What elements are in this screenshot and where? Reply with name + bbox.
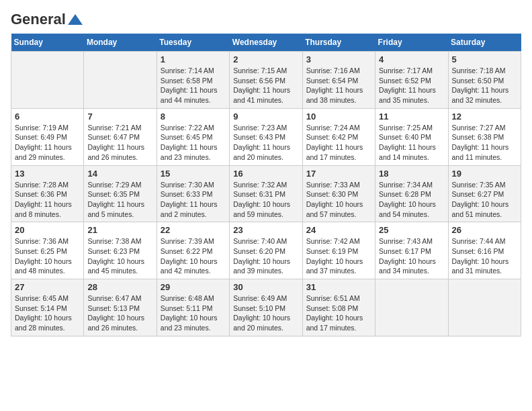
calendar-week-3: 13Sunrise: 7:28 AM Sunset: 6:36 PM Dayli… [11,165,521,222]
day-info: Sunrise: 7:39 AM Sunset: 6:22 PM Dayligh… [161,236,226,276]
calendar-cell [448,279,521,336]
calendar-cell: 31Sunrise: 6:51 AM Sunset: 5:08 PM Dayli… [302,279,375,336]
day-number: 10 [306,111,371,122]
calendar-cell: 11Sunrise: 7:25 AM Sunset: 6:40 PM Dayli… [375,108,448,165]
day-info: Sunrise: 7:19 AM Sunset: 6:49 PM Dayligh… [15,123,80,163]
day-header-thursday: Thursday [302,34,375,52]
day-info: Sunrise: 7:30 AM Sunset: 6:33 PM Dayligh… [161,180,226,220]
calendar-cell [84,52,157,109]
day-number: 19 [452,169,517,179]
calendar-cell: 5Sunrise: 7:18 AM Sunset: 6:50 PM Daylig… [448,52,521,109]
day-info: Sunrise: 7:36 AM Sunset: 6:25 PM Dayligh… [15,236,80,276]
day-info: Sunrise: 7:25 AM Sunset: 6:40 PM Dayligh… [379,123,444,163]
calendar-cell: 12Sunrise: 7:27 AM Sunset: 6:38 PM Dayli… [448,108,521,165]
day-number: 18 [379,169,444,179]
day-number: 7 [87,111,152,122]
calendar-cell: 13Sunrise: 7:28 AM Sunset: 6:36 PM Dayli… [11,165,84,222]
day-info: Sunrise: 7:43 AM Sunset: 6:17 PM Dayligh… [379,236,444,276]
day-info: Sunrise: 7:29 AM Sunset: 6:35 PM Dayligh… [87,180,152,220]
calendar-cell: 22Sunrise: 7:39 AM Sunset: 6:22 PM Dayli… [157,222,229,279]
day-info: Sunrise: 6:51 AM Sunset: 5:08 PM Dayligh… [306,293,371,333]
calendar-cell: 10Sunrise: 7:24 AM Sunset: 6:42 PM Dayli… [302,108,375,165]
logo-general: General [11,11,66,28]
calendar-cell: 2Sunrise: 7:15 AM Sunset: 6:56 PM Daylig… [230,52,302,109]
calendar-cell: 28Sunrise: 6:47 AM Sunset: 5:13 PM Dayli… [84,279,157,336]
day-info: Sunrise: 7:17 AM Sunset: 6:52 PM Dayligh… [379,66,444,105]
day-info: Sunrise: 6:48 AM Sunset: 5:11 PM Dayligh… [161,293,226,333]
day-number: 8 [161,111,226,122]
day-header-saturday: Saturday [448,34,521,52]
calendar-week-1: 1Sunrise: 7:14 AM Sunset: 6:58 PM Daylig… [11,52,521,109]
day-number: 24 [306,225,371,235]
calendar-cell: 27Sunrise: 6:45 AM Sunset: 5:14 PM Dayli… [11,279,84,336]
calendar-cell: 19Sunrise: 7:35 AM Sunset: 6:27 PM Dayli… [448,165,521,222]
day-info: Sunrise: 7:23 AM Sunset: 6:43 PM Dayligh… [233,123,298,163]
day-header-tuesday: Tuesday [157,34,229,52]
day-info: Sunrise: 7:21 AM Sunset: 6:47 PM Dayligh… [87,123,152,163]
day-number: 12 [452,111,517,122]
day-info: Sunrise: 7:15 AM Sunset: 6:56 PM Dayligh… [233,66,298,105]
calendar-week-4: 20Sunrise: 7:36 AM Sunset: 6:25 PM Dayli… [11,222,521,279]
day-number: 9 [233,111,298,122]
day-number: 4 [379,54,444,64]
day-info: Sunrise: 7:22 AM Sunset: 6:45 PM Dayligh… [161,123,226,163]
day-number: 3 [306,54,371,64]
day-info: Sunrise: 7:16 AM Sunset: 6:54 PM Dayligh… [306,66,371,105]
day-number: 6 [15,111,80,122]
day-info: Sunrise: 7:18 AM Sunset: 6:50 PM Dayligh… [452,66,517,105]
calendar-cell: 20Sunrise: 7:36 AM Sunset: 6:25 PM Dayli… [11,222,84,279]
day-info: Sunrise: 7:27 AM Sunset: 6:38 PM Dayligh… [452,123,517,163]
day-number: 27 [15,282,80,292]
day-number: 23 [233,225,298,235]
day-number: 20 [15,225,80,235]
day-info: Sunrise: 7:35 AM Sunset: 6:27 PM Dayligh… [452,180,517,220]
day-info: Sunrise: 7:38 AM Sunset: 6:23 PM Dayligh… [87,236,152,276]
day-number: 31 [306,282,371,292]
logo-icon [68,14,83,25]
day-number: 29 [161,282,226,292]
calendar-cell: 21Sunrise: 7:38 AM Sunset: 6:23 PM Dayli… [84,222,157,279]
page-header: General [11,11,521,26]
day-header-wednesday: Wednesday [230,34,302,52]
day-info: Sunrise: 7:44 AM Sunset: 6:16 PM Dayligh… [452,236,517,276]
day-number: 30 [233,282,298,292]
day-number: 28 [87,282,152,292]
day-info: Sunrise: 7:40 AM Sunset: 6:20 PM Dayligh… [233,236,298,276]
calendar-cell: 15Sunrise: 7:30 AM Sunset: 6:33 PM Dayli… [157,165,229,222]
calendar-table: SundayMondayTuesdayWednesdayThursdayFrid… [11,34,521,336]
calendar-cell: 16Sunrise: 7:32 AM Sunset: 6:31 PM Dayli… [230,165,302,222]
day-info: Sunrise: 7:28 AM Sunset: 6:36 PM Dayligh… [15,180,80,220]
calendar-cell: 29Sunrise: 6:48 AM Sunset: 5:11 PM Dayli… [157,279,229,336]
calendar-cell: 24Sunrise: 7:42 AM Sunset: 6:19 PM Dayli… [302,222,375,279]
day-info: Sunrise: 7:42 AM Sunset: 6:19 PM Dayligh… [306,236,371,276]
day-number: 13 [15,169,80,179]
calendar-cell: 7Sunrise: 7:21 AM Sunset: 6:47 PM Daylig… [84,108,157,165]
calendar-cell: 3Sunrise: 7:16 AM Sunset: 6:54 PM Daylig… [302,52,375,109]
calendar-week-2: 6Sunrise: 7:19 AM Sunset: 6:49 PM Daylig… [11,108,521,165]
calendar-week-5: 27Sunrise: 6:45 AM Sunset: 5:14 PM Dayli… [11,279,521,336]
calendar-cell: 4Sunrise: 7:17 AM Sunset: 6:52 PM Daylig… [375,52,448,109]
calendar-cell: 9Sunrise: 7:23 AM Sunset: 6:43 PM Daylig… [230,108,302,165]
calendar-cell: 23Sunrise: 7:40 AM Sunset: 6:20 PM Dayli… [230,222,302,279]
day-number: 5 [452,54,517,64]
day-number: 2 [233,54,298,64]
day-info: Sunrise: 7:14 AM Sunset: 6:58 PM Dayligh… [161,66,226,105]
calendar-cell [375,279,448,336]
calendar-cell: 25Sunrise: 7:43 AM Sunset: 6:17 PM Dayli… [375,222,448,279]
calendar-cell: 17Sunrise: 7:33 AM Sunset: 6:30 PM Dayli… [302,165,375,222]
calendar-cell: 1Sunrise: 7:14 AM Sunset: 6:58 PM Daylig… [157,52,229,109]
day-info: Sunrise: 7:32 AM Sunset: 6:31 PM Dayligh… [233,180,298,220]
calendar-cell: 30Sunrise: 6:49 AM Sunset: 5:10 PM Dayli… [230,279,302,336]
day-number: 14 [87,169,152,179]
day-info: Sunrise: 6:45 AM Sunset: 5:14 PM Dayligh… [15,293,80,333]
calendar-cell: 8Sunrise: 7:22 AM Sunset: 6:45 PM Daylig… [157,108,229,165]
calendar-cell [11,52,84,109]
day-header-monday: Monday [84,34,157,52]
day-number: 11 [379,111,444,122]
day-number: 26 [452,225,517,235]
day-info: Sunrise: 6:47 AM Sunset: 5:13 PM Dayligh… [87,293,152,333]
day-info: Sunrise: 6:49 AM Sunset: 5:10 PM Dayligh… [233,293,298,333]
day-header-friday: Friday [375,34,448,52]
day-number: 15 [161,169,226,179]
day-header-sunday: Sunday [11,34,84,52]
